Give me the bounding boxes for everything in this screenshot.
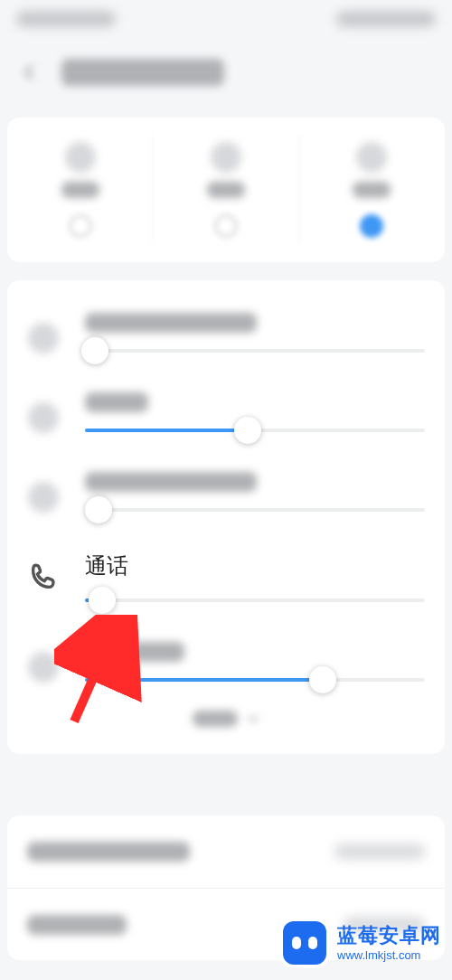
volume-call-slider[interactable]: [85, 598, 425, 602]
volume-row-alarm: [27, 456, 425, 535]
status-time: [16, 11, 116, 27]
bell-icon: [65, 142, 96, 173]
mode-dnd[interactable]: [299, 118, 445, 262]
mode-silent-label: [207, 182, 245, 198]
settings-row-2-label: [27, 915, 127, 935]
volume-row-ringtone: [27, 297, 425, 376]
status-indicators: [336, 11, 436, 27]
chevron-left-icon: [20, 62, 40, 82]
slider-thumb[interactable]: [81, 337, 108, 364]
volume-alarm-slider[interactable]: [85, 508, 425, 512]
volume-assistant-slider[interactable]: [85, 678, 425, 682]
mode-silent[interactable]: [153, 118, 298, 262]
watermark: 蓝莓安卓网 www.lmkjst.com: [283, 911, 452, 980]
moon-icon: [356, 142, 387, 173]
back-button[interactable]: [16, 59, 43, 86]
phone-icon: [27, 561, 60, 593]
bell-icon: [27, 322, 60, 354]
page-header: [0, 49, 452, 96]
settings-row-1-value: [334, 843, 425, 860]
mode-ring-label: [61, 182, 99, 198]
volume-alarm-label: [85, 472, 257, 492]
speaker-icon: [27, 401, 60, 434]
mode-ring[interactable]: [7, 118, 153, 262]
watermark-logo-icon: [283, 921, 326, 965]
slider-thumb[interactable]: [85, 496, 112, 523]
volume-assistant-label: [85, 642, 184, 662]
volume-card: 通话: [7, 280, 445, 754]
alarm-icon: [27, 481, 60, 514]
volume-row-assistant: [27, 626, 425, 705]
slider-thumb[interactable]: [309, 666, 336, 693]
slider-fill: [85, 678, 323, 682]
more-button[interactable]: [27, 711, 425, 727]
volume-media-slider[interactable]: [85, 429, 425, 432]
volume-row-call: 通话: [27, 535, 425, 626]
volume-call-label: 通话: [85, 551, 425, 580]
mode-dnd-radio[interactable]: [360, 214, 383, 238]
slider-fill: [85, 429, 248, 432]
mute-icon: [211, 142, 241, 173]
page-title: [61, 59, 224, 86]
watermark-title: 蓝莓安卓网: [337, 923, 441, 948]
more-label: [193, 711, 238, 727]
mode-ring-radio[interactable]: [69, 214, 92, 238]
chevron-down-icon: [247, 712, 259, 725]
mode-dnd-label: [353, 182, 391, 198]
volume-media-label: [85, 392, 148, 412]
sound-mode-card: [7, 118, 445, 262]
volume-row-media: [27, 376, 425, 456]
slider-thumb[interactable]: [234, 417, 261, 444]
volume-ringtone-slider[interactable]: [85, 349, 425, 353]
watermark-url: www.lmkjst.com: [337, 948, 441, 963]
mic-icon: [27, 651, 60, 683]
status-bar: [0, 0, 452, 38]
settings-row-1[interactable]: [7, 815, 445, 888]
mode-silent-radio[interactable]: [214, 214, 238, 238]
slider-thumb[interactable]: [89, 587, 116, 614]
settings-row-1-label: [27, 842, 190, 862]
volume-ringtone-label: [85, 313, 257, 333]
